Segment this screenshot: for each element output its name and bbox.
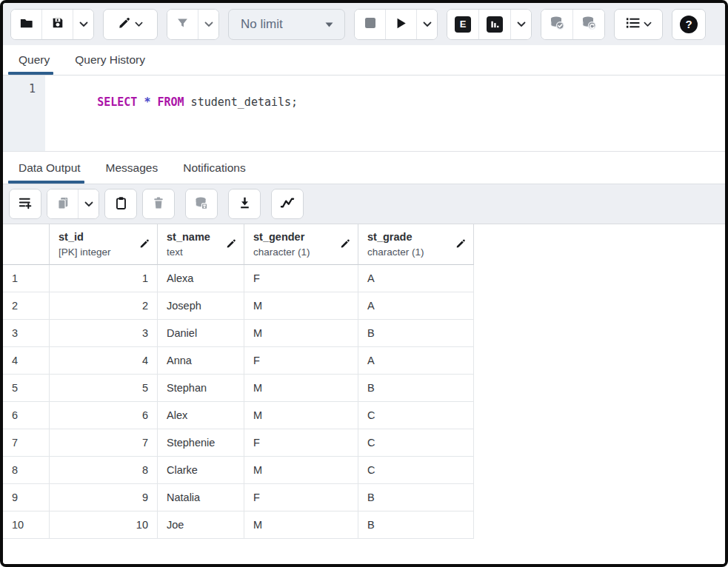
data-cell-st_gender[interactable]: M: [244, 511, 358, 539]
tab-query[interactable]: Query: [6, 45, 62, 75]
data-cell-st_gender[interactable]: M: [244, 292, 358, 320]
paste-button[interactable]: [105, 189, 136, 218]
data-cell-st_grade[interactable]: A: [358, 265, 474, 292]
sql-token: FROM: [157, 95, 184, 109]
column-type: character (1): [253, 245, 310, 260]
row-number-cell[interactable]: 8: [3, 457, 50, 484]
row-number-cell[interactable]: 10: [3, 511, 50, 539]
data-cell-st_grade[interactable]: B: [358, 484, 474, 511]
data-cell-st_grade[interactable]: A: [358, 292, 474, 320]
edit-column-icon[interactable]: [133, 238, 150, 252]
column-header-st_grade[interactable]: st_gradecharacter (1): [358, 224, 474, 265]
edit-column-icon[interactable]: [220, 238, 236, 252]
copy-button[interactable]: [47, 189, 79, 218]
data-cell-st_grade[interactable]: C: [358, 402, 474, 429]
row-number-cell[interactable]: 3: [3, 320, 50, 347]
data-cell-st_name[interactable]: Anna: [158, 347, 244, 375]
chevron-down-icon: [79, 21, 88, 27]
data-cell-st_id[interactable]: 10: [50, 511, 158, 539]
data-cell-st_id[interactable]: 9: [50, 484, 158, 511]
data-cell-st_gender[interactable]: M: [244, 402, 358, 429]
edit-column-icon[interactable]: [334, 238, 350, 252]
explain-button[interactable]: E: [447, 10, 479, 39]
row-number-cell[interactable]: 1: [3, 265, 50, 292]
data-cell-st_gender[interactable]: F: [244, 265, 358, 292]
rollback-button[interactable]: [573, 10, 604, 39]
data-cell-st_id[interactable]: 5: [50, 375, 158, 402]
filter-button[interactable]: [167, 10, 198, 39]
data-cell-st_gender[interactable]: F: [244, 347, 358, 375]
help-button[interactable]: ?: [672, 10, 705, 39]
data-cell-st_id[interactable]: 1: [50, 265, 158, 292]
row-number-cell[interactable]: 6: [3, 402, 50, 429]
graph-visualiser-button[interactable]: [272, 189, 303, 218]
tab-notifications[interactable]: Notifications: [170, 152, 258, 184]
tab-messages[interactable]: Messages: [93, 152, 171, 184]
numbered-list-icon: [626, 17, 640, 31]
column-header-text: st_id[PK] integer: [59, 229, 111, 260]
data-cell-st_gender[interactable]: M: [244, 457, 358, 484]
data-cell-st_id[interactable]: 7: [50, 429, 158, 457]
clipboard-icon: [115, 196, 127, 212]
row-number-cell[interactable]: 7: [3, 429, 50, 457]
sql-code-area[interactable]: SELECT * FROM student_details;: [45, 76, 298, 151]
data-cell-st_grade[interactable]: B: [358, 511, 474, 539]
macros-dropdown-button[interactable]: [615, 10, 662, 39]
data-cell-st_name[interactable]: Alex: [158, 402, 244, 429]
save-data-changes-button[interactable]: [186, 189, 217, 218]
data-cell-st_name[interactable]: Daniel: [158, 320, 244, 347]
row-number-header[interactable]: [3, 224, 50, 265]
sql-editor[interactable]: 1 SELECT * FROM student_details;: [3, 76, 725, 152]
save-button[interactable]: [42, 10, 73, 39]
data-cell-st_id[interactable]: 6: [50, 402, 158, 429]
data-cell-st_name[interactable]: Alexa: [158, 265, 244, 292]
data-cell-st_id[interactable]: 8: [50, 457, 158, 484]
filter-dropdown-button[interactable]: [198, 10, 218, 39]
data-cell-st_gender[interactable]: F: [244, 484, 358, 511]
explain-analyze-button[interactable]: [479, 10, 511, 39]
column-header-st_name[interactable]: st_nametext: [158, 224, 244, 265]
data-cell-st_name[interactable]: Stephenie: [158, 429, 244, 457]
explain-dropdown-button[interactable]: [511, 10, 531, 39]
open-file-button[interactable]: [11, 10, 42, 39]
data-cell-st_name[interactable]: Stephan: [158, 375, 244, 402]
data-cell-st_grade[interactable]: B: [358, 375, 474, 402]
column-header-st_gender[interactable]: st_gendercharacter (1): [244, 224, 358, 265]
data-cell-st_grade[interactable]: C: [358, 457, 474, 484]
data-cell-st_name[interactable]: Natalia: [158, 484, 244, 511]
save-results-to-file-button[interactable]: [229, 189, 260, 218]
data-cell-st_grade[interactable]: A: [358, 347, 474, 375]
table-row: 99NataliaFB: [3, 484, 725, 511]
data-cell-st_gender[interactable]: M: [244, 320, 358, 347]
copy-dropdown-button[interactable]: [79, 189, 98, 218]
edit-column-icon[interactable]: [450, 238, 466, 252]
data-cell-st_gender[interactable]: F: [244, 429, 358, 457]
row-number-cell[interactable]: 9: [3, 484, 50, 511]
row-number-cell[interactable]: 5: [3, 375, 50, 402]
column-header-st_id[interactable]: st_id[PK] integer: [50, 224, 158, 265]
data-cell-st_grade[interactable]: B: [358, 320, 474, 347]
cancel-query-button[interactable]: [355, 10, 386, 39]
delete-row-button[interactable]: [143, 189, 174, 218]
data-cell-st_gender[interactable]: M: [244, 375, 358, 402]
edit-button-group: [103, 9, 158, 40]
edit-dropdown-button[interactable]: [104, 10, 157, 39]
tab-data-output[interactable]: Data Output: [6, 152, 93, 184]
row-limit-select[interactable]: No limit: [228, 9, 345, 40]
data-cell-st_name[interactable]: Clarke: [158, 457, 244, 484]
data-cell-st_id[interactable]: 3: [50, 320, 158, 347]
execute-query-button[interactable]: [386, 10, 417, 39]
execute-dropdown-button[interactable]: [417, 10, 437, 39]
save-dropdown-button[interactable]: [73, 10, 93, 39]
row-number-cell[interactable]: 2: [3, 292, 50, 320]
commit-button[interactable]: [541, 10, 573, 39]
data-cell-st_name[interactable]: Joe: [158, 511, 244, 539]
add-row-button[interactable]: [10, 189, 41, 218]
tab-query-history[interactable]: Query History: [62, 45, 158, 75]
data-cell-st_id[interactable]: 4: [50, 347, 158, 375]
data-cell-st_id[interactable]: 2: [50, 292, 158, 320]
data-cell-st_name[interactable]: Joseph: [158, 292, 244, 320]
row-number-cell[interactable]: 4: [3, 347, 50, 375]
execute-button-group: [354, 9, 438, 40]
data-cell-st_grade[interactable]: C: [358, 429, 474, 457]
